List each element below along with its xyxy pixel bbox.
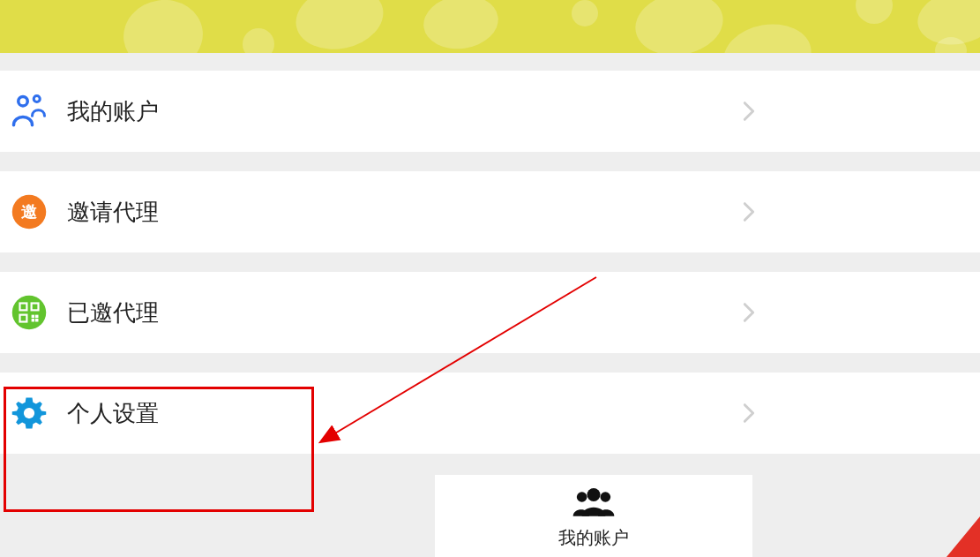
menu-label: 邀请代理 bbox=[67, 197, 737, 228]
menu-item-invited-agents[interactable]: 已邀代理 bbox=[0, 272, 980, 353]
menu-list: 我的账户 邀 邀请代理 bbox=[0, 71, 980, 454]
menu-label: 已邀代理 bbox=[67, 297, 737, 328]
menu-item-personal-settings[interactable]: 个人设置 bbox=[0, 373, 980, 454]
svg-point-4 bbox=[12, 296, 47, 330]
chevron-right-icon bbox=[737, 401, 761, 425]
svg-rect-8 bbox=[32, 315, 35, 319]
svg-rect-9 bbox=[35, 319, 39, 322]
svg-text:邀: 邀 bbox=[21, 203, 37, 221]
svg-rect-10 bbox=[32, 319, 35, 322]
svg-point-15 bbox=[587, 488, 601, 501]
chevron-right-icon bbox=[737, 99, 761, 124]
bottom-tab-my-account[interactable]: 我的账户 bbox=[435, 475, 752, 557]
svg-rect-11 bbox=[35, 315, 39, 319]
svg-point-16 bbox=[577, 492, 587, 502]
svg-point-12 bbox=[24, 408, 34, 418]
menu-label: 我的账户 bbox=[67, 96, 737, 127]
gear-icon bbox=[11, 395, 48, 432]
people-icon bbox=[11, 93, 48, 130]
qrcode-icon bbox=[11, 294, 48, 331]
menu-item-my-account[interactable]: 我的账户 bbox=[0, 71, 980, 152]
svg-point-0 bbox=[19, 96, 28, 106]
svg-point-17 bbox=[601, 492, 611, 502]
header-banner bbox=[0, 0, 980, 53]
menu-label: 个人设置 bbox=[67, 398, 737, 429]
bottom-tab-label: 我的账户 bbox=[558, 526, 629, 550]
corner-indicator bbox=[946, 516, 980, 557]
menu-item-invite-agent[interactable]: 邀 邀请代理 bbox=[0, 171, 980, 252]
invite-icon: 邀 bbox=[11, 193, 48, 230]
chevron-right-icon bbox=[737, 300, 761, 325]
svg-point-1 bbox=[34, 96, 40, 102]
chevron-right-icon bbox=[737, 199, 761, 224]
users-icon bbox=[572, 485, 616, 517]
